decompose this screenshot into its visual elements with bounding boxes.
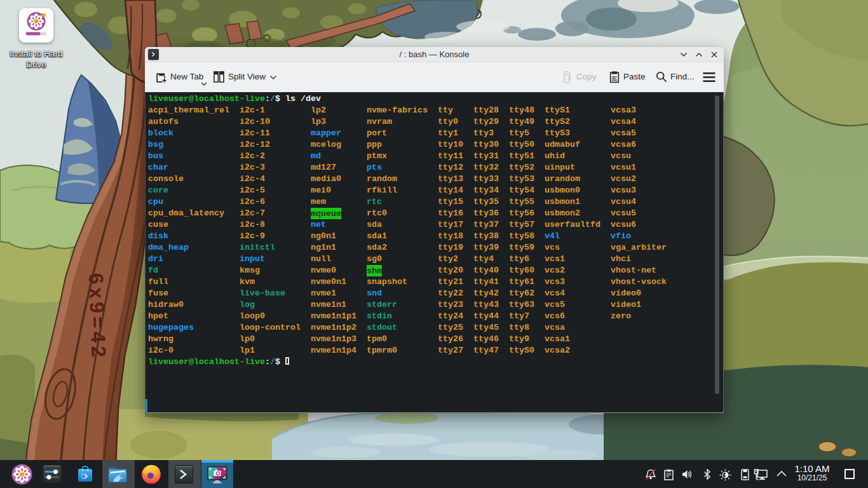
svg-text:6x9=42: 6x9=42 (85, 273, 111, 361)
